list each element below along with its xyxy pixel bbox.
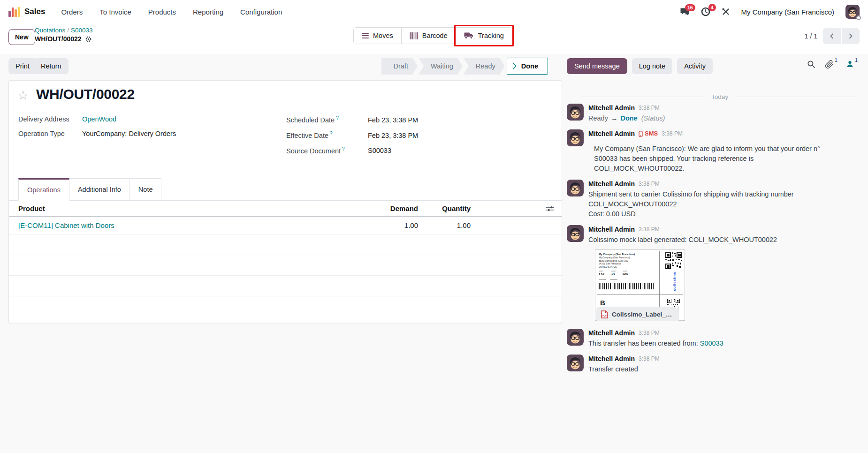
- source-document-value: S00033: [368, 147, 391, 154]
- colissimo-brand: colissimo: [672, 272, 677, 291]
- quantity-cell: 1.00: [418, 221, 471, 229]
- messages-icon[interactable]: 16: [680, 8, 690, 16]
- tab-note[interactable]: Note: [130, 178, 162, 201]
- help-marker: ?: [342, 146, 345, 151]
- empty-row: [9, 296, 562, 317]
- message-author: Mitchell Admin: [588, 329, 635, 337]
- messages-badge: 16: [685, 4, 695, 12]
- chatter-message: Mitchell Admin 3:38 PM This transfer has…: [567, 329, 859, 348]
- message-time: 3:38 PM: [639, 104, 660, 112]
- barcode-icon: [410, 32, 418, 39]
- app-name[interactable]: Sales: [24, 7, 45, 16]
- source-document-label: Source Document?: [286, 146, 368, 155]
- date-divider: Today: [581, 93, 859, 100]
- status-ready[interactable]: Ready: [464, 58, 505, 75]
- shipping-label-attachment[interactable]: My Company (San Francisco) My Company (S…: [595, 249, 685, 321]
- avatar[interactable]: [567, 104, 584, 121]
- gear-icon[interactable]: [85, 36, 92, 43]
- pager-previous-button[interactable]: [823, 28, 841, 44]
- breadcrumb-quotations[interactable]: Quotations: [35, 27, 65, 34]
- chatter-message: Mitchell Admin 3:38 PM Ready→Done(Status…: [567, 104, 859, 123]
- message-time: 3:38 PM: [639, 225, 660, 234]
- avatar[interactable]: [567, 355, 584, 371]
- avatar[interactable]: [567, 329, 584, 346]
- chevron-right-icon: [513, 63, 517, 69]
- message-author: Mitchell Admin: [588, 180, 635, 188]
- notebook-tabs: Operations Additional Info Note: [9, 178, 562, 201]
- product-link[interactable]: [E-COM11] Cabinet with Doors: [18, 221, 114, 229]
- message-thread: Mitchell Admin 3:38 PM Ready→Done(Status…: [567, 104, 859, 380]
- activities-badge: 4: [708, 4, 716, 11]
- tracking-button[interactable]: Tracking: [456, 28, 512, 44]
- operation-type-value[interactable]: YourCompany: Delivery Orders: [82, 130, 176, 137]
- barcode-stripe: [599, 283, 654, 289]
- presence-dot: [856, 15, 861, 20]
- status-draft[interactable]: Draft: [381, 58, 418, 75]
- tab-additional-info[interactable]: Additional Info: [69, 178, 130, 201]
- message-time: 3:38 PM: [639, 329, 660, 337]
- source-order-link[interactable]: S00033: [700, 340, 723, 347]
- demand-cell: 1.00: [357, 221, 418, 229]
- status-done[interactable]: Done: [507, 58, 548, 75]
- attachment-filename: Colissimo_Label_…: [612, 311, 672, 318]
- form-sheet: ☆ WH/OUT/00022 Delivery Address OpenWood…: [8, 80, 562, 323]
- menu-configuration[interactable]: Configuration: [240, 8, 282, 16]
- chatter-message: Mitchell Admin 3:38 PM Shipment sent to …: [567, 180, 859, 219]
- user-avatar[interactable]: [845, 5, 860, 19]
- demand-column-header[interactable]: Demand: [357, 204, 418, 212]
- favorite-star-icon[interactable]: ☆: [17, 89, 29, 102]
- menu-orders[interactable]: Orders: [61, 8, 83, 16]
- pager-next-button[interactable]: [842, 28, 860, 44]
- operation-type-label: Operation Type: [18, 130, 82, 137]
- message-time: 3:38 PM: [639, 180, 660, 188]
- status-tracking-line: Ready→Done(Status): [588, 113, 859, 123]
- avatar[interactable]: [567, 225, 584, 242]
- delivery-address-label: Delivery Address: [18, 115, 82, 123]
- message-time: 3:38 PM: [639, 355, 660, 363]
- message-author: Mitchell Admin: [588, 355, 635, 363]
- chatter-message: Mitchell Admin 3:38 PM Transfer created: [567, 355, 859, 374]
- quantity-column-header[interactable]: Quantity: [418, 204, 471, 212]
- empty-row: [9, 234, 562, 255]
- truck-icon: [464, 32, 474, 39]
- avatar[interactable]: [567, 129, 584, 146]
- barcode-button[interactable]: Barcode: [402, 28, 456, 44]
- sms-body: My Company (San Francisco): We are glad …: [588, 144, 836, 174]
- company-switcher[interactable]: My Company (San Francisco): [741, 8, 834, 16]
- new-button[interactable]: New: [8, 29, 35, 45]
- sms-badge: SMS: [639, 129, 658, 138]
- odoo-logo-icon[interactable]: [8, 7, 20, 17]
- delivery-address-value[interactable]: OpenWood: [82, 115, 116, 123]
- menu-products[interactable]: Products: [148, 8, 176, 16]
- message-body: This transfer has been created from: S00…: [588, 339, 859, 348]
- optional-columns-icon[interactable]: [546, 205, 554, 212]
- return-button[interactable]: Return: [34, 58, 69, 74]
- phone-icon: [639, 131, 643, 137]
- pdf-icon: PDF: [601, 310, 608, 318]
- product-column-header[interactable]: Product: [9, 204, 357, 212]
- print-button[interactable]: Print: [8, 58, 37, 74]
- arrow-right-icon: →: [611, 114, 618, 122]
- table-row[interactable]: [E-COM11] Cabinet with Doors 1.00 1.00: [9, 217, 562, 234]
- effective-date-label: Effective Date?: [286, 131, 368, 139]
- message-time: 3:38 PM: [662, 129, 683, 138]
- qr-code: [665, 252, 682, 269]
- menu-reporting[interactable]: Reporting: [193, 8, 223, 16]
- message-author: Mitchell Admin: [588, 225, 635, 234]
- tab-operations[interactable]: Operations: [18, 178, 69, 201]
- effective-date-value: Feb 23, 3:38 PM: [368, 132, 418, 139]
- statusbar: Draft Waiting Ready Done: [381, 58, 548, 75]
- avatar[interactable]: [567, 180, 584, 196]
- breadcrumb-order[interactable]: S00033: [71, 27, 93, 34]
- chatter-message: Mitchell Admin 3:38 PM Colissimo mock la…: [567, 225, 859, 323]
- activities-clock-icon[interactable]: 4: [701, 7, 710, 16]
- breadcrumb-current: WH/OUT/00022: [35, 35, 82, 43]
- moves-button[interactable]: Moves: [354, 28, 402, 44]
- attachment-file-chip[interactable]: PDF Colissimo_Label_…: [596, 307, 679, 321]
- tools-icon[interactable]: [722, 8, 730, 16]
- menu-to-invoice[interactable]: To Invoice: [99, 8, 131, 16]
- empty-row: [9, 255, 562, 276]
- empty-row: [9, 276, 562, 296]
- sort-code: B: [600, 299, 605, 307]
- status-waiting[interactable]: Waiting: [419, 58, 463, 75]
